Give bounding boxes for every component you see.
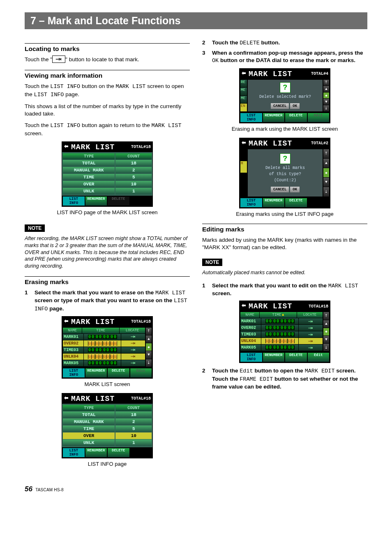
screenshot-marklist-edit: MARK LIST TOTAL#18 NAMETIME▲LOCATE MARK0…	[239, 301, 330, 363]
heading-erasing: Erasing marks	[25, 278, 190, 286]
right-column: 2 Touch the DELETE button. 3 When a conf…	[202, 37, 367, 473]
screenshot-marklist-erase: MARK LIST TOTAL#18 NAMETIMELOCATE MARK01…	[62, 316, 153, 379]
para-locating: Touch the "" button to locate to that ma…	[25, 56, 190, 63]
note-label-2: NOTE	[202, 259, 222, 266]
erase-step-1: 1 Select the mark that you want to erase…	[25, 289, 190, 313]
chapter-title: 7 – Mark and Locate Functions	[25, 12, 367, 29]
caption-listinfo1: LIST INFO page of the MARK LIST screen	[25, 209, 190, 215]
screenshot-listinfo-2: MARK LIST TOTAL#18 TYPECOUNT TOTAL18 MAN…	[62, 393, 153, 458]
erase-step-2: 2 Touch the DELETE button.	[202, 39, 367, 47]
back-icon	[64, 144, 69, 150]
question-icon: ?	[280, 82, 291, 93]
cancel-button[interactable]: CANCEL	[271, 187, 289, 192]
para-view3: Touch the LIST INFO button again to retu…	[25, 122, 190, 137]
para-edit1: Marks added by using the MARK key (marks…	[202, 236, 367, 251]
heading-viewing: Viewing mark information	[25, 72, 190, 79]
heading-editing: Editing marks	[202, 226, 367, 233]
edit-step-2: 2 Touch the Edit button to open the MARK…	[202, 367, 367, 391]
note-text-1: After recording, the MARK LIST screen mi…	[25, 235, 190, 270]
left-column: Locating to marks Touch the "" button to…	[25, 37, 190, 473]
caption-erase-ml: Erasing a mark using the MARK LIST scree…	[202, 126, 367, 132]
erase-step-3: 3 When a confirmation pop-up message app…	[202, 49, 367, 65]
screenshot-delete-mark: MARK LIST TOTAL#4 RE ME ME EN ? Delete s…	[239, 68, 330, 123]
para-view1: Touch the LIST INFO button on the MARK L…	[25, 83, 190, 98]
page-footer: 56 TASCAM HS-8	[25, 485, 367, 493]
caption-ml-erase: MARK LIST screen	[25, 381, 190, 387]
screenshot-listinfo-1: MARK LIST TOTAL#18 TYPECOUNT TOTAL18 MAN…	[62, 141, 153, 207]
heading-locating: Locating to marks	[25, 45, 190, 53]
caption-li-erase: LIST INFO page	[25, 461, 190, 467]
caption-erase-li: Erasing marks using the LIST INFO page	[202, 211, 367, 217]
note-label: NOTE	[25, 224, 45, 232]
locate-icon	[52, 56, 65, 63]
question-icon: ?	[280, 153, 291, 164]
ok-button[interactable]: OK	[290, 187, 300, 192]
cancel-button[interactable]: CANCEL	[271, 103, 289, 109]
edit-step-1: 1 Select the mark that you want to edit …	[202, 282, 367, 297]
ok-button[interactable]: OK	[290, 103, 300, 109]
note-text-2: Automatically placed marks cannot be edi…	[202, 269, 367, 276]
screenshot-delete-type: MARK LIST TOTAL#2 . M . . ? Delete all m…	[239, 138, 330, 208]
para-view2: This shows a list of the number of marks…	[25, 103, 190, 118]
